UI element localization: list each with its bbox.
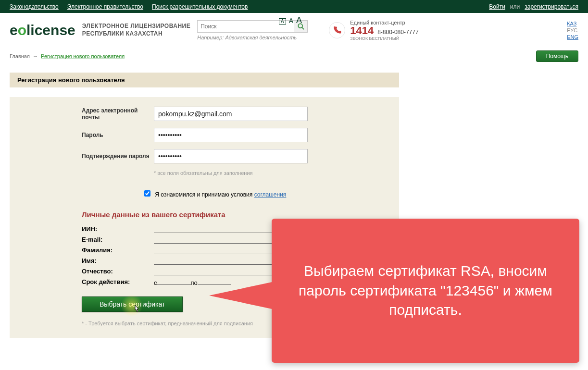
agree-text: Я ознакомился и принимаю условия xyxy=(155,191,254,198)
agree-checkbox[interactable] xyxy=(144,190,150,197)
contact-text: Единый контакт-центр 1414 8-800-080-7777… xyxy=(350,20,418,41)
cert-validity-label: Срок действия: xyxy=(82,278,154,286)
contact-center: Единый контакт-центр 1414 8-800-080-7777… xyxy=(329,20,418,41)
font-small[interactable]: A xyxy=(279,18,286,25)
choose-cert-label: Выбрать сертификат xyxy=(100,300,165,308)
password2-label: Подтверждение пароля xyxy=(82,153,154,160)
register-link[interactable]: зарегистрироваться xyxy=(525,3,578,10)
cert-email-label: E-mail: xyxy=(82,236,154,244)
breadcrumb-current[interactable]: Регистрация нового пользователя xyxy=(41,53,125,59)
required-note: * все поля обязательны для заполнения xyxy=(154,170,389,176)
cert-patronym-label: Отчество: xyxy=(82,268,154,275)
cert-title: Личные данные из вашего сертификата xyxy=(82,210,389,219)
cert-from-line xyxy=(157,278,191,285)
callout-text: Выбираем сертификат RSA, вносим пароль с… xyxy=(291,261,560,320)
font-large[interactable]: A xyxy=(296,15,302,25)
language-switch: КАЗ РУС ENG xyxy=(567,21,578,40)
email-label: Адрес электронной почты xyxy=(82,107,154,121)
phone-icon xyxy=(329,22,345,38)
contact-toll: 8-800-080-7777 xyxy=(377,29,418,36)
header: eоlicense ЭЛЕКТРОННОЕ ЛИЦЕНЗИРОВАНИЕ РЕС… xyxy=(0,13,588,47)
cert-lastname-label: Фамилия: xyxy=(82,247,154,254)
logo-e: e xyxy=(10,22,18,38)
logo-dot: о xyxy=(18,22,26,38)
help-button[interactable]: Помощь xyxy=(536,50,578,62)
agreement-row: Я ознакомился и принимаю условия соглаше… xyxy=(10,185,399,203)
breadcrumb-row: Главная → Регистрация нового пользовател… xyxy=(0,49,588,64)
password-label: Пароль xyxy=(82,132,154,138)
breadcrumb-home[interactable]: Главная xyxy=(10,53,30,59)
font-medium[interactable]: A xyxy=(289,17,293,25)
instruction-callout: Выбираем сертификат RSA, вносим пароль с… xyxy=(272,219,579,338)
lang-rus[interactable]: РУС xyxy=(567,27,578,33)
choose-cert-button[interactable]: Выбрать сертификат xyxy=(82,296,183,312)
logo[interactable]: eоlicense xyxy=(10,22,75,38)
top-auth: Войти или зарегистрироваться xyxy=(489,3,578,10)
top-links: Законодательство Электронное правительст… xyxy=(10,3,248,10)
registration-form: Адрес электронной почты Пароль Подтвержд… xyxy=(10,97,399,185)
cert-iin-label: ИИН: xyxy=(82,225,154,233)
or-text: или xyxy=(510,3,520,10)
page-title: Регистрация нового пользователя xyxy=(10,73,399,87)
contact-free: ЗВОНОК БЕСПЛАТНЫЙ xyxy=(350,36,418,41)
sublogo-line2: РЕСПУБЛИКИ КАЗАХСТАН xyxy=(82,30,190,38)
font-size-switch: A A A xyxy=(279,15,302,25)
logo-subtitle: ЭЛЕКТРОННОЕ ЛИЦЕНЗИРОВАНИЕ РЕСПУБЛИКИ КА… xyxy=(82,23,190,37)
email-field[interactable] xyxy=(154,107,308,121)
lang-eng[interactable]: ENG xyxy=(567,34,578,40)
cert-firstname-label: Имя: xyxy=(82,257,154,265)
lang-kaz[interactable]: КАЗ xyxy=(567,21,578,26)
agree-link[interactable]: соглашения xyxy=(254,191,287,198)
sublogo-line1: ЭЛЕКТРОННОЕ ЛИЦЕНЗИРОВАНИЕ xyxy=(82,23,190,30)
breadcrumb: Главная → Регистрация нового пользовател… xyxy=(10,53,125,59)
link-legislation[interactable]: Законодательство xyxy=(10,3,59,10)
cert-to: по xyxy=(191,279,198,286)
svg-line-1 xyxy=(302,27,304,29)
link-egov[interactable]: Электронное правительство xyxy=(67,3,143,10)
login-link[interactable]: Войти xyxy=(489,3,505,10)
password2-field[interactable] xyxy=(154,149,308,163)
search-example: Например: Адвокатская деятельность xyxy=(197,35,308,40)
logo-word: license xyxy=(26,22,75,38)
top-bar: Законодательство Электронное правительст… xyxy=(0,0,588,13)
contact-number: 1414 xyxy=(350,25,374,36)
password-field[interactable] xyxy=(154,128,308,142)
link-search-docs[interactable]: Поиск разрешительных документов xyxy=(152,3,248,10)
